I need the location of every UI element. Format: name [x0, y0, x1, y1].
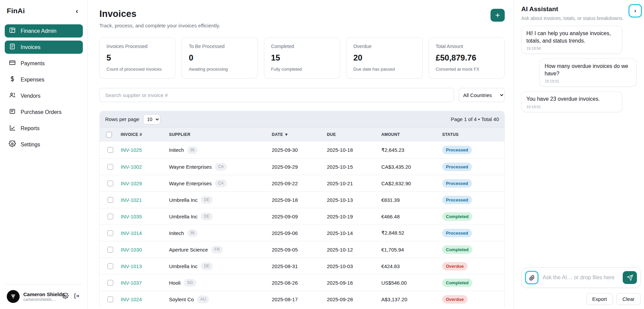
paperclip-icon: [529, 275, 535, 281]
table-row[interactable]: INV-1025InitechIN2025-09-302025-10-18₹2,…: [100, 142, 504, 158]
status-badge: Overdue: [442, 295, 468, 304]
due-date-cell: 2025-10-19: [327, 214, 381, 219]
invoice-link[interactable]: INV-1037: [121, 280, 142, 286]
search-input[interactable]: [99, 88, 454, 102]
row-checkbox[interactable]: [108, 181, 113, 186]
chat-message-assistant: You have 23 overdue invoices.19:19:01: [521, 91, 622, 112]
invoice-number-cell: INV-1024: [121, 296, 169, 302]
sidebar-item-invoices[interactable]: Invoices: [5, 41, 83, 54]
assistant-subtitle: Ask about invoices, totals, or status br…: [521, 16, 641, 21]
stat-caption: Converted at mock FX: [436, 67, 498, 72]
sidebar-item-vendors[interactable]: Vendors: [5, 89, 83, 102]
status-cell: Processed: [442, 179, 504, 188]
row-checkbox[interactable]: [108, 197, 113, 203]
sidebar-item-reports[interactable]: Reports: [5, 122, 83, 135]
supplier-cell: Umbrella IncDE: [169, 196, 272, 204]
invoice-link[interactable]: INV-1021: [121, 197, 142, 203]
row-checkbox-cell: [100, 280, 121, 286]
invoice-link[interactable]: INV-1025: [121, 147, 142, 153]
column-header-invoice[interactable]: INVOICE #: [121, 132, 169, 137]
table-row[interactable]: INV-1013Umbrella IncDE2025-08-312025-10-…: [100, 258, 504, 274]
country-badge: IN: [187, 229, 197, 237]
row-checkbox[interactable]: [108, 230, 113, 236]
clear-chat-button[interactable]: Clear: [616, 293, 641, 305]
invoice-number-cell: INV-1030: [121, 247, 169, 253]
select-all-checkbox[interactable]: [106, 132, 112, 138]
amount-cell: CA$2,632.90: [381, 181, 442, 186]
users-icon: [9, 92, 16, 100]
row-checkbox[interactable]: [108, 263, 113, 269]
sidebar-collapse-button[interactable]: ‹: [73, 6, 81, 16]
sidebar-item-label: Purchase Orders: [21, 109, 62, 115]
send-message-button[interactable]: [623, 271, 637, 284]
table-row[interactable]: INV-1002Wayne EnterprisesCA2025-09-29202…: [100, 158, 504, 175]
table-row[interactable]: INV-1029Wayne EnterprisesCA2025-09-22202…: [100, 175, 504, 191]
invoice-link[interactable]: INV-1029: [121, 181, 142, 186]
logout-button[interactable]: [73, 292, 81, 301]
column-header-supplier[interactable]: SUPPLIER: [169, 132, 272, 137]
row-checkbox[interactable]: [108, 280, 113, 286]
date-cell: 2025-09-05: [272, 247, 327, 253]
chat-input[interactable]: [543, 275, 619, 281]
invoice-link[interactable]: INV-1035: [121, 214, 142, 219]
invoices-table: Rows per page 10 Page 1 of 4 • Total 40 …: [99, 111, 505, 307]
table-row[interactable]: INV-1021Umbrella IncDE2025-09-182025-10-…: [100, 191, 504, 208]
message-timestamp: 19:19:01: [545, 79, 631, 83]
user-name: Cameron Shields: [23, 291, 58, 297]
supplier-name: Wayne Enterprises: [169, 164, 212, 170]
status-badge: Processed: [442, 179, 472, 188]
date-cell: 2025-09-22: [272, 181, 327, 186]
row-checkbox-cell: [100, 214, 121, 219]
column-header-amount[interactable]: AMOUNT: [381, 132, 442, 137]
row-checkbox[interactable]: [108, 147, 113, 153]
amount-cell: ₹2,645.23: [381, 147, 442, 153]
assistant-title: AI Assistant: [521, 5, 641, 13]
amount-cell: €1,705.94: [381, 247, 442, 253]
assistant-collapse-button[interactable]: ›: [628, 4, 642, 18]
sidebar-item-finance-admin[interactable]: Finance Admin: [5, 24, 83, 38]
table-row[interactable]: INV-1014InitechIN2025-09-062025-10-14₹2,…: [100, 224, 504, 241]
stat-value: 5: [106, 53, 168, 63]
sidebar-item-expenses[interactable]: Expenses: [5, 73, 83, 86]
sidebar-item-payments[interactable]: Payments: [5, 57, 83, 70]
row-checkbox[interactable]: [108, 296, 113, 302]
supplier-cell: InitechIN: [169, 229, 272, 237]
message-timestamp: 19:18:58: [526, 46, 617, 50]
plus-icon: +: [495, 11, 500, 19]
table-row[interactable]: INV-1037HooliSG2025-08-262025-09-16US$54…: [100, 274, 504, 291]
status-badge: Processed: [442, 196, 472, 204]
invoice-number-cell: INV-1035: [121, 214, 169, 219]
table-row[interactable]: INV-1024Soylent CoAU2025-08-172025-09-28…: [100, 291, 504, 307]
rows-per-page-select[interactable]: 10: [143, 114, 160, 124]
add-invoice-button[interactable]: +: [491, 9, 505, 22]
table-row[interactable]: INV-1030Aperture ScienceFR2025-09-052025…: [100, 241, 504, 258]
column-header-date[interactable]: DATE ▼: [272, 132, 327, 137]
sidebar-item-settings[interactable]: Settings: [5, 138, 83, 151]
export-chat-button[interactable]: Export: [586, 293, 613, 305]
row-checkbox[interactable]: [108, 247, 113, 253]
invoice-link[interactable]: INV-1030: [121, 247, 142, 253]
row-checkbox[interactable]: [108, 164, 113, 170]
attach-file-button[interactable]: [525, 271, 539, 284]
due-date-cell: 2025-09-28: [327, 296, 381, 302]
column-header-status[interactable]: STATUS: [442, 132, 504, 137]
table-toolbar: Rows per page 10 Page 1 of 4 • Total 40: [100, 111, 504, 127]
stat-label: Invoices Processed: [106, 44, 168, 49]
status-badge: Processed: [442, 146, 472, 154]
row-checkbox[interactable]: [108, 214, 113, 219]
country-filter-select[interactable]: All Countries: [459, 88, 505, 102]
invoice-link[interactable]: INV-1024: [121, 296, 142, 302]
country-badge: AU: [197, 295, 209, 303]
supplier-cell: Umbrella IncDE: [169, 262, 272, 270]
status-cell: Overdue: [442, 262, 504, 270]
sidebar-item-purchase-orders[interactable]: Purchase Orders: [5, 105, 83, 119]
supplier-name: Umbrella Inc: [169, 197, 197, 203]
user-settings-button[interactable]: [62, 292, 69, 301]
invoice-link[interactable]: INV-1002: [121, 164, 142, 170]
invoice-link[interactable]: INV-1013: [121, 263, 142, 269]
main-content: Invoices Track, process, and complete yo…: [88, 0, 514, 309]
status-cell: Completed: [442, 245, 504, 254]
invoice-link[interactable]: INV-1014: [121, 230, 142, 236]
table-row[interactable]: INV-1035Umbrella IncDE2025-09-092025-10-…: [100, 208, 504, 224]
column-header-due[interactable]: DUE: [327, 132, 381, 137]
